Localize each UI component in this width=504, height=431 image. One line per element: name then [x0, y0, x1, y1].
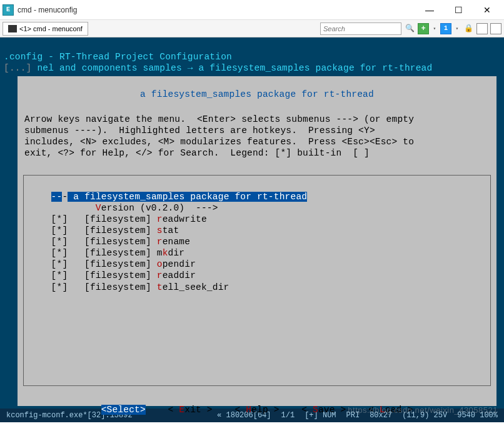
toolbar-button-1[interactable]: [476, 23, 488, 34]
breadcrumb: nel and components samples → a filesyste…: [37, 63, 432, 73]
toolbar: <1> cmd - menuconf 🔍 + ▾ 1 ▾ 🔒: [0, 20, 504, 37]
terminal-icon: [8, 25, 17, 32]
new-tab-dropdown[interactable]: ▾: [431, 23, 438, 34]
tab-label: <1> cmd - menuconf: [19, 25, 83, 32]
search-input[interactable]: [320, 22, 401, 35]
dialog-title: a filesystem_samples package for rt-thre…: [132, 89, 382, 100]
window-number-button[interactable]: 1: [440, 23, 451, 34]
help-button[interactable]: < Help >: [234, 405, 279, 415]
config-line1: .config - RT-Thread Project Configuratio…: [4, 52, 232, 62]
maximize-button[interactable]: ☐: [444, 1, 473, 19]
watermark: https://blog.csdn.net/weixin_43058521: [348, 405, 498, 415]
menuconfig-dialog: a filesystem_samples package for rt-thre…: [18, 76, 496, 406]
tab-cmd[interactable]: <1> cmd - menuconf: [3, 22, 88, 36]
save-button[interactable]: < Save >: [301, 405, 346, 415]
menu-item-4[interactable]: [*] [filesystem] rename: [26, 236, 488, 247]
terminal[interactable]: .config - RT-Thread Project Configuratio…: [0, 37, 504, 409]
new-tab-button[interactable]: +: [418, 23, 429, 34]
window-title: cmd - menuconfig: [18, 6, 415, 14]
menu-item-5[interactable]: [*] [filesystem] mkdir: [26, 247, 488, 259]
menu-item-7[interactable]: [*] [filesystem] readdir: [26, 270, 488, 281]
search-icon[interactable]: 🔍: [404, 23, 415, 34]
select-button[interactable]: <Select>: [101, 405, 146, 415]
exit-button[interactable]: < Exit >: [168, 405, 213, 415]
menu-list: --- a filesystem_samples package for rt-…: [23, 175, 491, 386]
menu-item-6[interactable]: [*] [filesystem] opendir: [26, 259, 488, 270]
breadcrumb-prefix: [...]: [4, 63, 37, 73]
app-icon: E: [3, 4, 14, 16]
help-text: Arrow keys navigate the menu. <Enter> se…: [23, 111, 491, 164]
menu-item-1[interactable]: Version (v0.2.0) --->: [26, 202, 488, 214]
minimize-button[interactable]: —: [415, 1, 444, 19]
titlebar: E cmd - menuconfig — ☐ ✕: [0, 0, 504, 20]
menu-item-2[interactable]: [*] [filesystem] readwrite: [26, 214, 488, 225]
window-dropdown[interactable]: ▾: [454, 23, 460, 34]
menu-item-8[interactable]: [*] [filesystem] tell_seek_dir: [26, 282, 488, 293]
close-button[interactable]: ✕: [473, 1, 501, 19]
lock-icon[interactable]: 🔒: [463, 23, 474, 34]
toolbar-button-2[interactable]: [490, 23, 501, 34]
menu-item-3[interactable]: [*] [filesystem] stat: [26, 225, 488, 236]
menu-item-0[interactable]: --- a filesystem_samples package for rt-…: [26, 191, 488, 202]
